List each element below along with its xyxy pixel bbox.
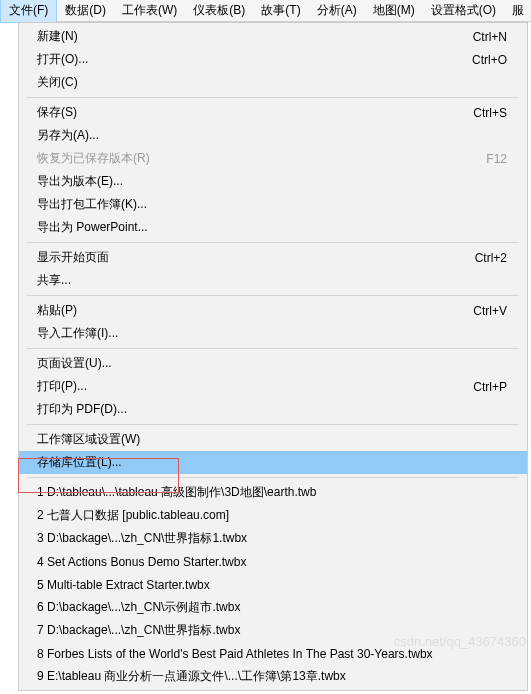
menu-item-shortcut: F12	[486, 152, 507, 166]
menu-item-1-4[interactable]: 导出打包工作簿(K)...	[19, 193, 527, 216]
menu-item-label: 导出为 PowerPoint...	[37, 219, 148, 236]
menu-item-1-2: 恢复为已保存版本(R)F12	[19, 147, 527, 170]
menu-item-shortcut: Ctrl+O	[472, 53, 507, 67]
menu-separator	[27, 424, 519, 425]
menu-item-label: 存储库位置(L)...	[37, 454, 122, 471]
menu-item-label: 导出打包工作簿(K)...	[37, 196, 147, 213]
menu-item-label: 关闭(C)	[37, 74, 78, 91]
menu-item-shortcut: Ctrl+N	[473, 30, 507, 44]
menu-separator	[27, 295, 519, 296]
menu-separator	[27, 348, 519, 349]
menu-separator	[27, 242, 519, 243]
menubar-item-5[interactable]: 分析(A)	[309, 0, 365, 22]
menu-item-label: 打开(O)...	[37, 51, 88, 68]
menu-item-label: 导出为版本(E)...	[37, 173, 123, 190]
menu-item-label: 3 D:\backage\...\zh_CN\世界指标1.twbx	[37, 530, 247, 547]
menu-item-label: 6 D:\backage\...\zh_CN\示例超市.twbx	[37, 599, 240, 616]
menu-item-6-5[interactable]: 6 D:\backage\...\zh_CN\示例超市.twbx	[19, 596, 527, 619]
menu-item-shortcut: Ctrl+2	[475, 251, 507, 265]
menu-item-6-4[interactable]: 5 Multi-table Extract Starter.twbx	[19, 573, 527, 596]
menu-item-label: 页面设置(U)...	[37, 355, 112, 372]
menu-item-6-1[interactable]: 2 七普人口数据 [public.tableau.com]	[19, 504, 527, 527]
menu-item-label: 粘贴(P)	[37, 302, 77, 319]
menu-item-label: 7 D:\backage\...\zh_CN\世界指标.twbx	[37, 622, 240, 639]
menubar-item-1[interactable]: 数据(D)	[57, 0, 114, 22]
menu-item-1-3[interactable]: 导出为版本(E)...	[19, 170, 527, 193]
menu-item-1-5[interactable]: 导出为 PowerPoint...	[19, 216, 527, 239]
menu-item-label: 打印为 PDF(D)...	[37, 401, 127, 418]
menu-item-5-0[interactable]: 工作簿区域设置(W)	[19, 428, 527, 451]
menu-item-6-0[interactable]: 1 D:\tableau\...\tableau 高级图制作\3D地图\eart…	[19, 481, 527, 504]
menu-item-label: 另存为(A)...	[37, 127, 99, 144]
menu-item-shortcut: Ctrl+P	[473, 380, 507, 394]
menu-separator	[27, 477, 519, 478]
menu-item-5-1[interactable]: 存储库位置(L)...	[19, 451, 527, 474]
menu-item-shortcut: Ctrl+S	[473, 106, 507, 120]
menu-item-0-2[interactable]: 关闭(C)	[19, 71, 527, 94]
menu-item-0-1[interactable]: 打开(O)...Ctrl+O	[19, 48, 527, 71]
menu-item-2-0[interactable]: 显示开始页面Ctrl+2	[19, 246, 527, 269]
menu-item-label: 8 Forbes Lists of the World's Best Paid …	[37, 647, 433, 661]
menu-item-label: 导入工作簿(I)...	[37, 325, 118, 342]
menu-item-label: 1 D:\tableau\...\tableau 高级图制作\3D地图\eart…	[37, 484, 316, 501]
menubar-item-0[interactable]: 文件(F)	[0, 0, 57, 23]
menu-item-4-0[interactable]: 页面设置(U)...	[19, 352, 527, 375]
menu-item-label: 5 Multi-table Extract Starter.twbx	[37, 578, 210, 592]
menubar-item-2[interactable]: 工作表(W)	[114, 0, 185, 22]
menu-item-6-7[interactable]: 8 Forbes Lists of the World's Best Paid …	[19, 642, 527, 665]
menu-item-4-2[interactable]: 打印为 PDF(D)...	[19, 398, 527, 421]
file-menu-dropdown: 新建(N)Ctrl+N打开(O)...Ctrl+O关闭(C)保存(S)Ctrl+…	[18, 22, 528, 691]
menu-item-2-1[interactable]: 共享...	[19, 269, 527, 292]
menu-item-label: 2 七普人口数据 [public.tableau.com]	[37, 507, 229, 524]
menu-item-label: 显示开始页面	[37, 249, 109, 266]
menu-item-label: 工作簿区域设置(W)	[37, 431, 140, 448]
menu-item-0-0[interactable]: 新建(N)Ctrl+N	[19, 25, 527, 48]
menu-item-1-0[interactable]: 保存(S)Ctrl+S	[19, 101, 527, 124]
menubar-item-4[interactable]: 故事(T)	[253, 0, 308, 22]
menu-item-3-1[interactable]: 导入工作簿(I)...	[19, 322, 527, 345]
menubar: 文件(F)数据(D)工作表(W)仪表板(B)故事(T)分析(A)地图(M)设置格…	[0, 0, 531, 22]
menu-item-label: 新建(N)	[37, 28, 78, 45]
menu-item-shortcut: Ctrl+V	[473, 304, 507, 318]
menubar-item-7[interactable]: 设置格式(O)	[423, 0, 504, 22]
menu-item-label: 打印(P)...	[37, 378, 87, 395]
menu-item-label: 恢复为已保存版本(R)	[37, 150, 150, 167]
menu-item-1-1[interactable]: 另存为(A)...	[19, 124, 527, 147]
menu-item-6-8[interactable]: 9 E:\tableau 商业分析一点通源文件\...\工作簿\第13章.twb…	[19, 665, 527, 688]
menu-item-6-2[interactable]: 3 D:\backage\...\zh_CN\世界指标1.twbx	[19, 527, 527, 550]
menu-item-label: 9 E:\tableau 商业分析一点通源文件\...\工作簿\第13章.twb…	[37, 668, 346, 685]
menubar-item-3[interactable]: 仪表板(B)	[185, 0, 253, 22]
menu-item-3-0[interactable]: 粘贴(P)Ctrl+V	[19, 299, 527, 322]
menu-item-label: 保存(S)	[37, 104, 77, 121]
menubar-item-6[interactable]: 地图(M)	[365, 0, 423, 22]
menu-item-6-3[interactable]: 4 Set Actions Bonus Demo Starter.twbx	[19, 550, 527, 573]
menu-item-label: 4 Set Actions Bonus Demo Starter.twbx	[37, 555, 246, 569]
menubar-item-8[interactable]: 服	[504, 0, 531, 22]
menu-item-4-1[interactable]: 打印(P)...Ctrl+P	[19, 375, 527, 398]
menu-separator	[27, 97, 519, 98]
menu-item-label: 共享...	[37, 272, 71, 289]
menu-item-6-6[interactable]: 7 D:\backage\...\zh_CN\世界指标.twbx	[19, 619, 527, 642]
